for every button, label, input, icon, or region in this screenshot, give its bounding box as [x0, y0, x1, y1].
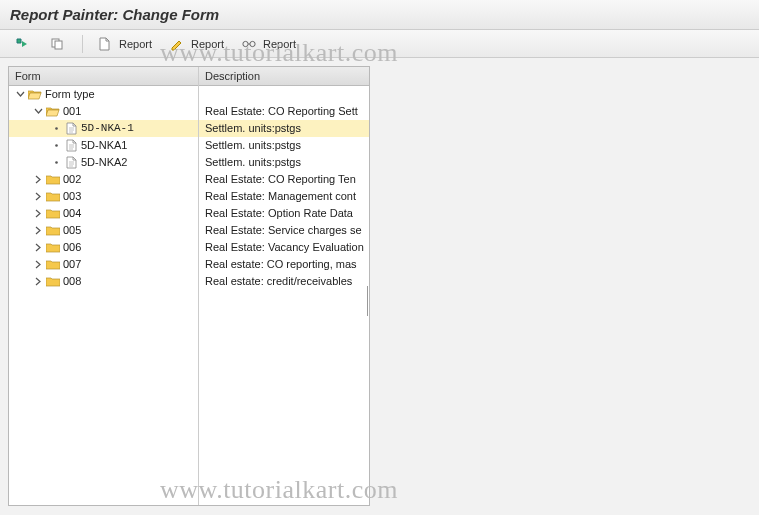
svg-point-4: [55, 127, 58, 130]
tree-node-label: 004: [63, 205, 81, 222]
description-cell[interactable]: Real estate: credit/receivables: [199, 273, 369, 290]
form-rows: Form type0015D-NKA-15D-NKA15D-NKA2002003…: [9, 86, 198, 290]
folder-icon: [46, 174, 60, 185]
glasses-icon: [242, 39, 256, 49]
tree-node-label: 005: [63, 222, 81, 239]
tree-row[interactable]: 002: [9, 171, 198, 188]
expand-icon[interactable]: [33, 208, 44, 219]
tree-panel: Form Form type0015D-NKA-15D-NKA15D-NKA20…: [8, 66, 370, 506]
content-area: Form Form type0015D-NKA-15D-NKA15D-NKA20…: [0, 58, 759, 514]
document-new-icon: [98, 37, 112, 51]
copy-button[interactable]: [43, 34, 74, 54]
expand-icon[interactable]: [33, 174, 44, 185]
description-column-header[interactable]: Description: [199, 67, 369, 86]
tree-node-label: Form type: [45, 86, 95, 103]
description-rows: Real Estate: CO Reporting SettSettlem. u…: [199, 86, 369, 290]
description-cell[interactable]: Real estate: CO reporting, mas: [199, 256, 369, 273]
tree-row[interactable]: 006: [9, 239, 198, 256]
document-icon: [64, 122, 78, 135]
svg-point-6: [55, 161, 58, 164]
folder-icon: [46, 191, 60, 202]
page-title: Report Painter: Change Form: [10, 6, 749, 23]
document-icon: [64, 139, 78, 152]
execute-icon: [15, 37, 29, 51]
folder-icon: [46, 225, 60, 236]
execute-button[interactable]: [8, 34, 39, 54]
description-column: Description Real Estate: CO Reporting Se…: [199, 67, 369, 505]
expand-icon[interactable]: [33, 242, 44, 253]
expand-icon[interactable]: [33, 191, 44, 202]
folder-icon: [46, 259, 60, 270]
collapse-icon[interactable]: [15, 89, 26, 100]
tree-row[interactable]: 5D-NKA1: [9, 137, 198, 154]
tree-row[interactable]: 5D-NKA2: [9, 154, 198, 171]
description-cell[interactable]: Settlem. units:pstgs: [199, 120, 369, 137]
report-new-label: Report: [119, 38, 152, 50]
tree-node-label: 008: [63, 273, 81, 290]
toolbar: Report Report Report: [0, 30, 759, 58]
column-resize-grip[interactable]: [367, 286, 369, 316]
tree-node-label: 5D-NKA1: [81, 137, 127, 154]
copy-icon: [50, 37, 64, 51]
description-cell[interactable]: Real Estate: Management cont: [199, 188, 369, 205]
description-cell[interactable]: Real Estate: Option Rate Data: [199, 205, 369, 222]
document-icon: [64, 156, 78, 169]
description-cell[interactable]: [199, 86, 369, 103]
tree-row[interactable]: 005: [9, 222, 198, 239]
tree-row[interactable]: 001: [9, 103, 198, 120]
tree-row[interactable]: 003: [9, 188, 198, 205]
tree-row[interactable]: 004: [9, 205, 198, 222]
toolbar-separator: [82, 35, 83, 53]
tree-row[interactable]: Form type: [9, 86, 198, 103]
expand-icon[interactable]: [33, 225, 44, 236]
report-display-button[interactable]: Report: [235, 34, 303, 54]
description-cell[interactable]: Real Estate: CO Reporting Ten: [199, 171, 369, 188]
tree-node-label: 006: [63, 239, 81, 256]
description-cell[interactable]: Settlem. units:pstgs: [199, 154, 369, 171]
leaf-bullet: [51, 123, 62, 134]
description-cell[interactable]: Real Estate: Vacancy Evaluation: [199, 239, 369, 256]
description-cell[interactable]: Real Estate: Service charges se: [199, 222, 369, 239]
report-display-label: Report: [263, 38, 296, 50]
tree-row[interactable]: 007: [9, 256, 198, 273]
folder-open-icon: [28, 89, 42, 100]
tree-node-label: 003: [63, 188, 81, 205]
pencil-icon: [170, 37, 184, 51]
svg-rect-1: [55, 41, 62, 49]
expand-icon[interactable]: [33, 276, 44, 287]
folder-icon: [46, 208, 60, 219]
svg-point-2: [243, 41, 248, 46]
collapse-icon[interactable]: [33, 106, 44, 117]
title-bar: Report Painter: Change Form: [0, 0, 759, 30]
tree-row[interactable]: 008: [9, 273, 198, 290]
tree-node-label: 5D-NKA2: [81, 154, 127, 171]
description-cell[interactable]: Settlem. units:pstgs: [199, 137, 369, 154]
svg-point-3: [250, 41, 255, 46]
leaf-bullet: [51, 140, 62, 151]
report-new-button[interactable]: Report: [91, 34, 159, 54]
tree-node-label: 007: [63, 256, 81, 273]
tree-row[interactable]: 5D-NKA-1: [9, 120, 198, 137]
form-column: Form Form type0015D-NKA-15D-NKA15D-NKA20…: [9, 67, 199, 505]
report-edit-button[interactable]: Report: [163, 34, 231, 54]
form-column-header[interactable]: Form: [9, 67, 198, 86]
leaf-bullet: [51, 157, 62, 168]
tree-node-label: 5D-NKA-1: [81, 120, 134, 137]
description-cell[interactable]: Real Estate: CO Reporting Sett: [199, 103, 369, 120]
expand-icon[interactable]: [33, 259, 44, 270]
report-edit-label: Report: [191, 38, 224, 50]
tree-node-label: 001: [63, 103, 81, 120]
folder-open-icon: [46, 106, 60, 117]
folder-icon: [46, 276, 60, 287]
svg-point-5: [55, 144, 58, 147]
tree-node-label: 002: [63, 171, 81, 188]
folder-icon: [46, 242, 60, 253]
